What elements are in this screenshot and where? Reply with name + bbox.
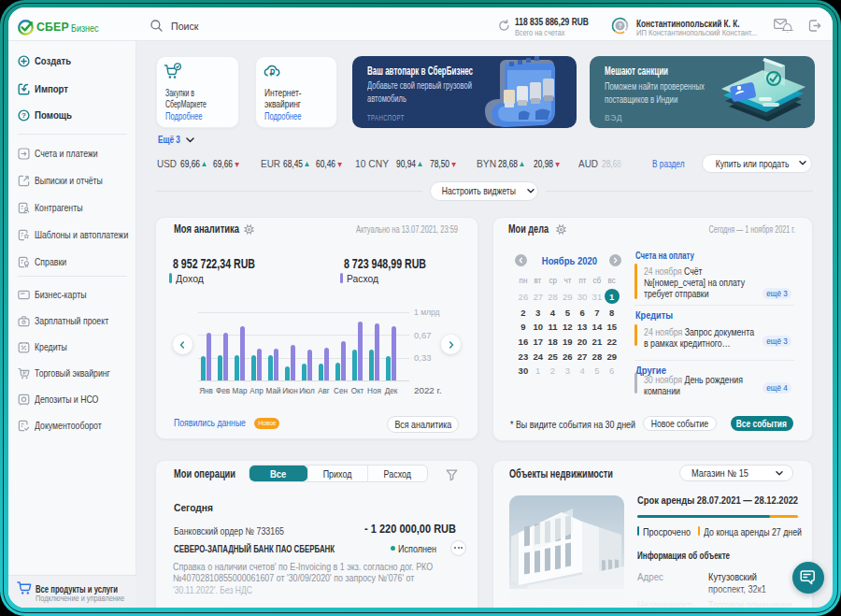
svg-text:?: ? — [21, 111, 26, 120]
svg-text:₽: ₽ — [269, 68, 275, 78]
svg-text:₽: ₽ — [22, 369, 26, 376]
svg-text:?: ? — [618, 22, 621, 29]
